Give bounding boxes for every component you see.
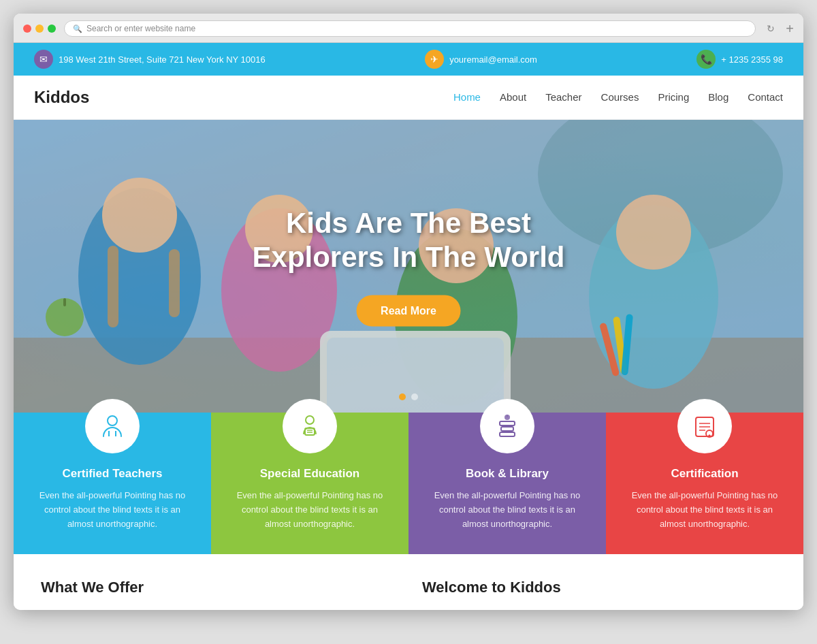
- nav-item-home[interactable]: Home: [453, 91, 481, 103]
- svg-point-20: [108, 416, 117, 425]
- address-bar[interactable]: 🔍 Search or enter website name: [64, 20, 756, 37]
- offer-title: What We Offer: [41, 579, 395, 596]
- svg-rect-14: [327, 338, 504, 413]
- email-text: youremail@email.com: [449, 54, 537, 65]
- nav-link-teacher[interactable]: Teacher: [545, 91, 581, 103]
- bottom-teaser: What We Offer Welcome to Kiddos: [14, 554, 803, 610]
- top-info-bar: ✉ 198 West 21th Street, Suite 721 New Yo…: [14, 43, 803, 76]
- feature-desc-library: Even the all-powerful Pointing has no co…: [425, 489, 590, 531]
- hero-cta-button[interactable]: Read More: [356, 295, 461, 326]
- browser-chrome: 🔍 Search or enter website name ↻ +: [14, 14, 803, 43]
- phone-text: + 1235 2355 98: [721, 54, 783, 65]
- nav-link-blog[interactable]: Blog: [708, 91, 728, 103]
- refresh-icon[interactable]: ↻: [767, 23, 775, 34]
- feature-icon-certification: [677, 399, 732, 453]
- nav-item-about[interactable]: About: [500, 91, 526, 103]
- feature-desc-teachers: Even the all-powerful Pointing has no co…: [30, 489, 195, 531]
- address-placeholder: Search or enter website name: [86, 24, 195, 33]
- nav-links: Home About Teacher Courses Pricing Blog …: [453, 91, 783, 103]
- nav-item-contact[interactable]: Contact: [748, 91, 783, 103]
- feature-icon-teachers: [85, 399, 140, 453]
- svg-rect-29: [500, 421, 515, 425]
- nav-link-pricing[interactable]: Pricing: [658, 91, 689, 103]
- svg-point-23: [306, 416, 314, 424]
- features-section: Certified Teachers Even the all-powerful…: [14, 413, 803, 554]
- main-navbar: Kiddos Home About Teacher Courses Pricin…: [14, 76, 803, 120]
- hero-title-line1: Kids Are The Best: [286, 207, 531, 239]
- svg-rect-19: [63, 298, 66, 306]
- feature-desc-education: Even the all-powerful Pointing has no co…: [227, 489, 392, 531]
- feature-card-teachers: Certified Teachers Even the all-powerful…: [14, 413, 211, 554]
- svg-point-12: [616, 195, 691, 270]
- feature-card-education: Special Education Even the all-powerful …: [211, 413, 408, 554]
- close-button-dot[interactable]: [23, 25, 31, 33]
- student-icon: [295, 412, 324, 440]
- search-icon: 🔍: [73, 25, 82, 33]
- site-logo[interactable]: Kiddos: [34, 88, 89, 107]
- nav-link-home[interactable]: Home: [453, 91, 481, 103]
- books-icon: [493, 412, 522, 440]
- certificate-icon: [690, 412, 719, 440]
- feature-title-education: Special Education: [227, 467, 392, 481]
- svg-rect-31: [500, 432, 515, 436]
- teacher-icon: [98, 412, 127, 440]
- slider-dot-1[interactable]: [399, 393, 406, 400]
- address-text: 198 West 21th Street, Suite 721 New York…: [59, 54, 266, 65]
- email-icon: ✈: [425, 50, 444, 69]
- feature-card-certification: Certification Even the all-powerful Poin…: [606, 413, 803, 554]
- feature-title-certification: Certification: [622, 467, 787, 481]
- svg-point-4: [102, 178, 177, 253]
- hero-slider-dots: [399, 393, 418, 400]
- welcome-title: Welcome to Kiddos: [422, 579, 776, 596]
- svg-rect-28: [507, 415, 508, 417]
- browser-control-dots: [23, 25, 56, 33]
- location-icon: ✉: [34, 50, 53, 69]
- nav-link-courses[interactable]: Courses: [601, 91, 639, 103]
- hero-section: Kids Are The Best Explorers In The World…: [14, 120, 803, 413]
- slider-dot-2[interactable]: [411, 393, 418, 400]
- address-item: ✉ 198 West 21th Street, Suite 721 New Yo…: [34, 50, 266, 69]
- phone-icon: 📞: [696, 50, 716, 69]
- email-item: ✈ youremail@email.com: [425, 50, 537, 69]
- maximize-button-dot[interactable]: [48, 25, 56, 33]
- browser-window: 🔍 Search or enter website name ↻ + ✉ 198…: [14, 14, 803, 610]
- feature-desc-certification: Even the all-powerful Pointing has no co…: [622, 489, 787, 531]
- new-tab-icon[interactable]: +: [786, 21, 794, 37]
- feature-card-library: Book & Library Even the all-powerful Poi…: [408, 413, 606, 554]
- nav-item-teacher[interactable]: Teacher: [545, 91, 581, 103]
- nav-link-contact[interactable]: Contact: [748, 91, 783, 103]
- feature-icon-education: [283, 399, 337, 453]
- hero-title-line2: Explorers In The World: [253, 241, 565, 273]
- hero-content: Kids Are The Best Explorers In The World…: [253, 206, 565, 327]
- nav-item-courses[interactable]: Courses: [601, 91, 639, 103]
- minimize-button-dot[interactable]: [35, 25, 44, 33]
- nav-link-about[interactable]: About: [500, 91, 526, 103]
- feature-title-library: Book & Library: [425, 467, 590, 481]
- nav-item-pricing[interactable]: Pricing: [658, 91, 689, 103]
- feature-title-teachers: Certified Teachers: [30, 467, 195, 481]
- nav-item-blog[interactable]: Blog: [708, 91, 728, 103]
- phone-item: 📞 + 1235 2355 98: [696, 50, 783, 69]
- feature-icon-library: [480, 399, 534, 453]
- svg-rect-6: [169, 249, 180, 317]
- svg-rect-30: [501, 427, 513, 431]
- hero-title: Kids Are The Best Explorers In The World: [253, 206, 565, 275]
- svg-rect-5: [108, 246, 118, 327]
